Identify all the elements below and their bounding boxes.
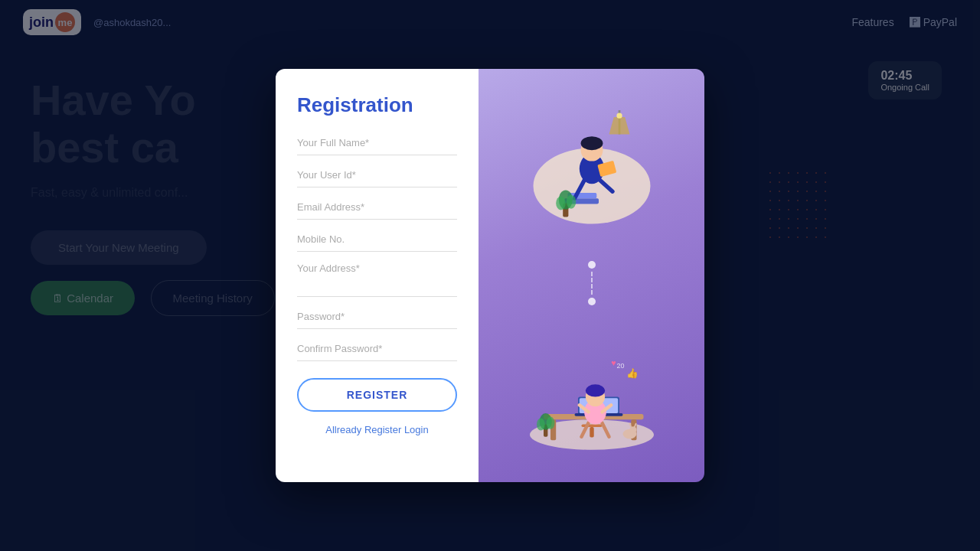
svg-text:♥: ♥ bbox=[611, 358, 616, 367]
modal-form-panel: Registration REGISTER Allready Register … bbox=[276, 69, 479, 482]
illustration-bottom: 👍 ♥ 20 bbox=[523, 332, 661, 455]
mobile-input[interactable] bbox=[297, 230, 457, 248]
user-id-field[interactable] bbox=[297, 166, 457, 187]
connector bbox=[588, 258, 596, 308]
password-field[interactable] bbox=[297, 308, 457, 329]
svg-text:20: 20 bbox=[616, 362, 624, 370]
svg-point-41 bbox=[537, 419, 545, 431]
confirm-password-field[interactable] bbox=[297, 340, 457, 361]
address-field[interactable] bbox=[297, 262, 457, 297]
svg-point-14 bbox=[556, 196, 566, 210]
email-input[interactable] bbox=[297, 198, 457, 216]
svg-rect-24 bbox=[590, 427, 593, 438]
mobile-field[interactable] bbox=[297, 230, 457, 252]
register-button[interactable]: REGISTER bbox=[297, 378, 457, 412]
full-name-input[interactable] bbox=[297, 134, 457, 152]
user-id-input[interactable] bbox=[297, 166, 457, 184]
password-input[interactable] bbox=[297, 308, 457, 325]
modal-illustration-panel: 👍 ♥ 20 bbox=[479, 69, 704, 482]
svg-point-7 bbox=[580, 136, 603, 150]
svg-text:👍: 👍 bbox=[626, 367, 639, 380]
svg-marker-10 bbox=[609, 117, 629, 135]
connector-dot-bottom bbox=[588, 298, 596, 305]
illustration-top bbox=[523, 96, 661, 234]
registration-modal: Registration REGISTER Allready Register … bbox=[276, 69, 704, 482]
connector-dot-top bbox=[588, 261, 596, 269]
modal-title: Registration bbox=[297, 93, 457, 117]
email-field[interactable] bbox=[297, 198, 457, 220]
svg-point-31 bbox=[585, 385, 604, 397]
svg-point-42 bbox=[546, 417, 554, 429]
svg-point-11 bbox=[616, 112, 622, 118]
connector-line bbox=[591, 272, 593, 295]
confirm-password-input[interactable] bbox=[297, 340, 457, 357]
full-name-field[interactable] bbox=[297, 134, 457, 155]
login-link[interactable]: Allready Register Login bbox=[297, 424, 457, 435]
address-input[interactable] bbox=[297, 262, 457, 290]
svg-rect-23 bbox=[581, 425, 602, 428]
svg-point-15 bbox=[566, 194, 576, 208]
